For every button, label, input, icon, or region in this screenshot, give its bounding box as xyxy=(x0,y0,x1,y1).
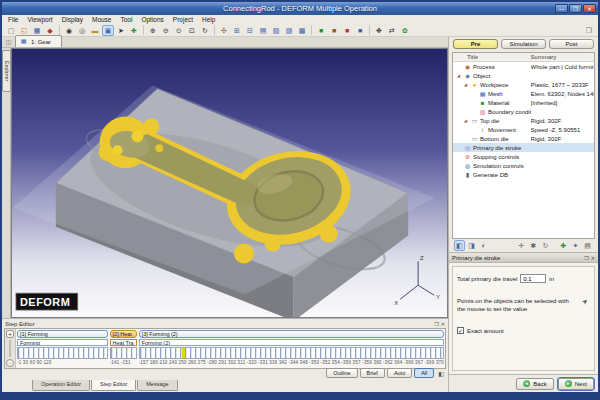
tab-operation-editor[interactable]: Operation Editor xyxy=(32,380,90,391)
print-icon[interactable]: ▤ xyxy=(582,240,593,251)
tab-pre[interactable]: Pre xyxy=(453,39,498,49)
menu-file[interactable]: File xyxy=(8,16,18,23)
expander-icon[interactable] xyxy=(464,118,469,123)
menu-options[interactable]: Options xyxy=(141,16,163,23)
close-icon[interactable]: ✕ xyxy=(591,255,595,261)
minimize-button[interactable]: — xyxy=(555,4,568,13)
close-button[interactable]: ✕ xyxy=(583,4,596,13)
mesh-dense-icon[interactable]: ▩ xyxy=(296,25,308,36)
tool-flower-icon[interactable]: ✿ xyxy=(399,25,411,36)
import-icon[interactable]: ◆ xyxy=(44,25,56,36)
maximize-button[interactable]: ❐ xyxy=(569,4,582,13)
operation-box-forming2[interactable]: [3] Forming (2) xyxy=(139,330,444,338)
tree-row-object[interactable]: ◆Object xyxy=(453,71,594,80)
zoom-in-icon[interactable]: ⊕ xyxy=(147,25,159,36)
viewport-3d[interactable]: DEFORM Z X Y xyxy=(11,48,448,318)
tab-message[interactable]: Message xyxy=(137,380,177,391)
menu-viewport[interactable]: Viewport xyxy=(27,16,52,23)
timeline-zoom-slider[interactable] xyxy=(9,340,11,357)
operation-name-heat[interactable]: Heat Tra xyxy=(110,339,137,347)
brief-button[interactable]: Brief xyxy=(360,368,385,378)
mesh-coarse-icon[interactable]: ⊟ xyxy=(244,25,256,36)
operation-box-forming[interactable]: [1] Forming xyxy=(17,330,108,338)
view-shaded-icon[interactable]: ◨ xyxy=(466,240,477,251)
new-icon[interactable]: ▢ xyxy=(5,25,17,36)
tree-row-top-die[interactable]: ▭Top die Rigid, 302F xyxy=(453,116,594,125)
cube-brown-icon[interactable]: ■ xyxy=(328,25,340,36)
object-tree-icon[interactable]: ✦ xyxy=(570,240,581,251)
expander-icon[interactable] xyxy=(464,82,469,87)
back-button[interactable]: ◄ Back xyxy=(516,378,553,390)
pin-icon[interactable]: ❐ xyxy=(434,321,438,327)
pick-cursor-icon[interactable]: ➤ xyxy=(115,25,127,36)
timeline-zoom-in-button[interactable]: + xyxy=(6,330,14,338)
operation-box-heat[interactable]: [2] Heat xyxy=(110,330,137,338)
cube-red-icon[interactable]: ■ xyxy=(341,25,353,36)
viewport-tab-gear[interactable]: ▦ 1: Gear xyxy=(15,35,62,47)
tab-step-editor[interactable]: Step Editor xyxy=(91,380,136,391)
zoom-out-icon[interactable]: ⊖ xyxy=(160,25,172,36)
close-icon[interactable]: ✕ xyxy=(441,321,445,327)
next-button[interactable]: ► Next xyxy=(558,378,594,390)
tree-row-process[interactable]: ◉Process Whole part | Cold forming xyxy=(453,62,594,71)
title-bar[interactable]: ConnectingRod - DEFORM Multiple Operatio… xyxy=(2,2,598,15)
panel-detach-icon[interactable]: ❒ xyxy=(583,25,595,36)
outline-button[interactable]: Outline xyxy=(326,368,357,378)
zoom-fit-icon[interactable]: ⊙ xyxy=(173,25,185,36)
palette-icon[interactable]: ▬ xyxy=(89,25,101,36)
add-object-icon[interactable]: ✚ xyxy=(558,240,569,251)
add-icon[interactable]: ✚ xyxy=(128,25,140,36)
pin-icon[interactable]: ❐ xyxy=(584,255,588,261)
tree-row-generate-db[interactable]: ▮Generate DB xyxy=(453,170,594,179)
move-icon[interactable]: ✥ xyxy=(373,25,385,36)
tree-row-stopping-controls[interactable]: ⊘Stopping controls xyxy=(453,152,594,161)
panel-grip-icon[interactable]: ◧ xyxy=(438,370,444,377)
swap-icon[interactable]: ⇄ xyxy=(386,25,398,36)
timeline-zoom-out-button[interactable]: - xyxy=(6,359,14,367)
all-button[interactable]: All xyxy=(414,368,434,378)
tree-row-boundary-conditions[interactable]: ▥Boundary conditions xyxy=(453,107,594,116)
select-mode-icon[interactable]: ▣ xyxy=(102,25,114,36)
mesh-cross-icon[interactable]: ▨ xyxy=(283,25,295,36)
view-objects-icon[interactable]: ◧ xyxy=(454,240,465,251)
tree-row-primary-die-stroke[interactable]: ◎Primary die stroke xyxy=(453,143,594,152)
tree-row-movement[interactable]: ↕Movement Speed -Z, 5.90551 xyxy=(453,125,594,134)
view-wireframe-icon[interactable]: ◐ xyxy=(478,240,489,251)
exact-amount-checkbox[interactable]: ✓ xyxy=(457,327,464,334)
travel-input[interactable] xyxy=(520,274,546,283)
zoom-window-icon[interactable]: ⊡ xyxy=(186,25,198,36)
cube-green-icon[interactable]: ■ xyxy=(315,25,327,36)
tree-row-simulation-controls[interactable]: ◍Simulation controls xyxy=(453,161,594,170)
menu-help[interactable]: Help xyxy=(202,16,215,23)
current-step-marker[interactable] xyxy=(182,348,185,358)
menu-tool[interactable]: Tool xyxy=(120,16,132,23)
menu-project[interactable]: Project xyxy=(173,16,193,23)
timeline-ruler-3[interactable] xyxy=(139,347,444,359)
expander-icon[interactable] xyxy=(457,73,462,78)
rotate-view-icon[interactable]: ↻ xyxy=(199,25,211,36)
refresh-icon[interactable]: ↻ xyxy=(540,240,551,251)
auto-button[interactable]: Auto xyxy=(387,368,412,378)
tab-simulation[interactable]: Simulation xyxy=(501,39,546,49)
viewport-layout-icon[interactable]: ◫ xyxy=(4,38,13,47)
measure-icon[interactable]: ✛ xyxy=(516,240,527,251)
object-pair-icon[interactable]: ✣ xyxy=(218,25,230,36)
menu-mouse[interactable]: Mouse xyxy=(92,16,112,23)
tree-row-mesh[interactable]: ▦Mesh Elem. 62302, Nodes 14854 xyxy=(453,89,594,98)
mesh-layers-icon[interactable]: ▤ xyxy=(257,25,269,36)
save-icon[interactable]: ▦ xyxy=(31,25,43,36)
mesh-grid-icon[interactable]: ⊞ xyxy=(231,25,243,36)
explorer-vertical-tab[interactable]: Explorer xyxy=(2,50,11,92)
open-icon[interactable]: ◱ xyxy=(18,25,30,36)
snapshot-icon[interactable]: ◉ xyxy=(63,25,75,36)
cube-blue-icon[interactable]: ■ xyxy=(354,25,366,36)
timeline-ruler-2[interactable] xyxy=(110,347,137,359)
operation-name-forming2[interactable]: Forming (2) xyxy=(139,339,444,347)
tree-row-material[interactable]: ■Material [Inherited] xyxy=(453,98,594,107)
tools-icon[interactable]: ✱ xyxy=(528,240,539,251)
timeline-ruler-1[interactable] xyxy=(17,347,108,359)
tree-row-workpiece[interactable]: ●Workpiece Plastic, 1677 ~ 2033F xyxy=(453,80,594,89)
menu-display[interactable]: Display xyxy=(62,16,83,23)
mesh-diag-icon[interactable]: ▧ xyxy=(270,25,282,36)
record-icon[interactable]: ◎ xyxy=(76,25,88,36)
